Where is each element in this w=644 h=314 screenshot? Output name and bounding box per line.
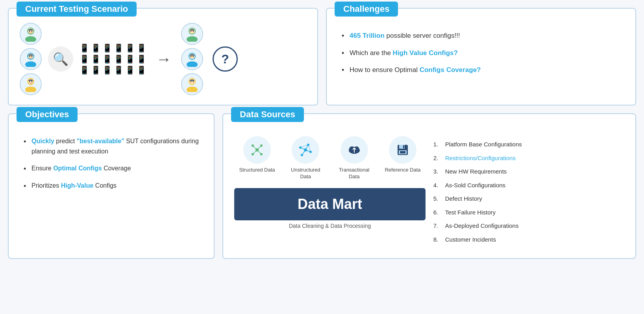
phone-icon: 📱 (91, 54, 101, 64)
phone-icon: 📱 (125, 54, 135, 64)
transactional-data-label: Transactional Data (335, 167, 374, 180)
scenario-content: 🔍 📱 📱 📱 📱 📱 📱 📱 📱 📱 📱 📱 📱 (20, 23, 306, 95)
search-icon: 🔍 (48, 46, 73, 72)
svg-point-23 (191, 56, 192, 57)
unstructured-data-label: Unstructured Data (286, 167, 325, 180)
numbered-item-4: As-Sold Configurations (433, 181, 624, 190)
obj-highlight-1a: Quickly (31, 138, 54, 144)
avatar-r1 (181, 23, 203, 45)
challenge-highlight-1: 465 Trillion (350, 32, 385, 39)
obj-text-3a: Prioritizes (31, 182, 61, 189)
avatar-2 (20, 48, 42, 70)
avatar-1 (20, 23, 42, 45)
svg-point-11 (25, 87, 36, 92)
obj-text-3b: Configs (95, 182, 117, 189)
objectives-list: Quickly predict "best-available" SUT con… (20, 128, 203, 205)
challenge-item-3: How to ensure Optimal Configs Coverage? (342, 65, 620, 75)
numbered-item-5: Defect History (433, 194, 624, 203)
svg-point-14 (31, 81, 33, 82)
challenges-panel: Challenges 465 Trillion possible server … (326, 8, 636, 105)
datasources-left: Structured Data (234, 128, 425, 249)
unstructured-data-icon (292, 136, 319, 164)
objective-item-2: Ensure Optimal Configs Coverage (24, 163, 199, 174)
unstructured-data-item: Unstructured Data (286, 136, 325, 180)
svg-point-9 (31, 56, 33, 57)
phone-icon: 📱 (114, 65, 124, 75)
phone-icon: 📱 (80, 43, 89, 53)
phones-grid: 📱 📱 📱 📱 📱 📱 📱 📱 📱 📱 📱 📱 📱 📱 (80, 43, 146, 75)
svg-point-8 (29, 56, 30, 57)
numbered-item-1: Platform Base Configurations (433, 140, 624, 149)
challenge-text-2a: Which are the (350, 49, 393, 57)
structured-data-icon (243, 136, 271, 164)
phone-icon: 📱 (102, 54, 112, 64)
question-icon: ? (213, 46, 238, 72)
datasources-inner: Structured Data (234, 128, 624, 249)
challenge-text-1: possible server configs!!! (387, 32, 460, 39)
main-layout: Current Testing Scenario (8, 8, 636, 259)
reference-data-label: Reference Data (385, 167, 420, 174)
scenario-panel: Current Testing Scenario (8, 8, 318, 105)
obj-text-2b: Coverage (104, 165, 131, 172)
svg-point-29 (193, 81, 194, 82)
svg-point-19 (193, 31, 194, 32)
svg-rect-56 (403, 145, 404, 148)
svg-point-4 (31, 31, 33, 32)
reference-data-icon (389, 136, 416, 164)
svg-point-51 (349, 146, 355, 152)
reference-data-item: Reference Data (383, 136, 422, 174)
phone-icon: 📱 (137, 54, 146, 64)
structured-data-label: Structured Data (239, 167, 275, 174)
phone-icon: 📱 (102, 43, 112, 53)
svg-point-3 (29, 31, 30, 32)
datasources-panel: Data Sources (222, 113, 636, 259)
phone-icon: 📱 (114, 54, 124, 64)
phone-icon: 📱 (125, 65, 135, 75)
arrow-icon: → (153, 50, 175, 68)
obj-text-2a: Ensure (31, 165, 53, 172)
structured-data-item: Structured Data (237, 136, 277, 174)
phone-icon: 📱 (91, 65, 101, 75)
challenge-highlight-2: High Value Configs? (393, 49, 458, 57)
scenario-title: Current Testing Scenario (17, 2, 137, 17)
obj-highlight-1b: "best-available" (77, 138, 124, 144)
phone-icon: 📱 (80, 65, 89, 75)
numbered-item-7: As-Deployed Configurations (433, 222, 624, 231)
obj-text-1a: predict (56, 138, 76, 144)
bottom-row: Objectives Quickly predict "best-availab… (8, 113, 636, 259)
challenge-highlight-3: Configs Coverage? (420, 66, 481, 74)
challenge-item-1: 465 Trillion possible server configs!!! (342, 31, 620, 41)
objective-item-3: Prioritizes High-Value Configs (24, 181, 199, 191)
objective-item-1: Quickly predict "best-available" SUT con… (24, 136, 199, 156)
phone-icon: 📱 (80, 54, 89, 64)
svg-point-21 (187, 61, 198, 67)
phone-icon: 📱 (125, 43, 135, 53)
challenge-item-2: Which are the High Value Configs? (342, 48, 620, 58)
obj-highlight-3: High-Value (61, 182, 94, 189)
top-row: Current Testing Scenario (8, 8, 636, 105)
transactional-data-icon (341, 136, 368, 164)
objectives-panel: Objectives Quickly predict "best-availab… (8, 113, 215, 259)
avatar-r2 (181, 48, 203, 70)
svg-line-38 (257, 150, 261, 154)
svg-point-16 (187, 36, 198, 42)
svg-rect-58 (400, 151, 405, 153)
phone-icon: 📱 (114, 43, 124, 53)
datasources-title: Data Sources (231, 107, 304, 122)
svg-point-6 (25, 61, 36, 67)
obj-highlight-2: Optimal Configs (53, 165, 102, 172)
data-icons-row: Structured Data (234, 128, 425, 184)
phone-icon: 📱 (102, 65, 112, 75)
svg-point-13 (29, 81, 30, 82)
svg-line-35 (253, 146, 257, 150)
persona-right-col (181, 23, 203, 95)
svg-point-28 (191, 81, 192, 82)
phone-icon: 📱 (137, 43, 146, 53)
data-mart-label: Data Mart (298, 196, 362, 212)
data-mart-box: Data Mart (234, 188, 425, 220)
avatar-3 (20, 73, 42, 95)
numbered-item-6: Test Failure History (433, 208, 624, 217)
challenges-title: Challenges (335, 2, 398, 17)
numbered-item-2: Restrictions/Configurations (433, 154, 624, 163)
svg-point-26 (187, 87, 198, 92)
